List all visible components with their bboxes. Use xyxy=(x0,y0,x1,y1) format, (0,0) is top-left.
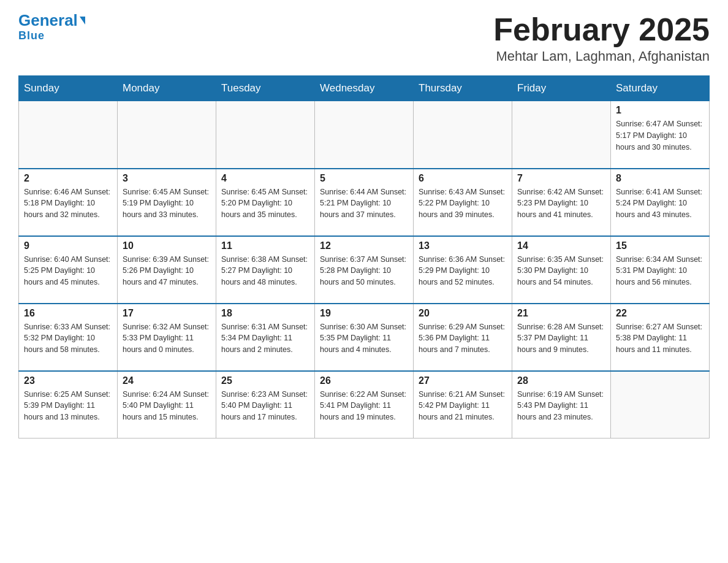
table-row: 3Sunrise: 6:45 AM Sunset: 5:19 PM Daylig… xyxy=(118,169,216,236)
header-sunday: Sunday xyxy=(19,76,118,101)
day-info: Sunrise: 6:34 AM Sunset: 5:31 PM Dayligh… xyxy=(616,254,704,288)
table-row xyxy=(118,101,216,169)
day-info: Sunrise: 6:27 AM Sunset: 5:38 PM Dayligh… xyxy=(616,321,704,356)
table-row: 21Sunrise: 6:28 AM Sunset: 5:37 PM Dayli… xyxy=(512,304,611,371)
day-number: 11 xyxy=(221,240,309,251)
day-number: 13 xyxy=(419,240,507,251)
day-number: 8 xyxy=(616,173,704,184)
calendar-week-row: 9Sunrise: 6:40 AM Sunset: 5:25 PM Daylig… xyxy=(19,236,710,304)
day-info: Sunrise: 6:40 AM Sunset: 5:25 PM Dayligh… xyxy=(24,254,112,288)
day-info: Sunrise: 6:44 AM Sunset: 5:21 PM Dayligh… xyxy=(320,186,408,221)
table-row xyxy=(315,101,414,169)
day-info: Sunrise: 6:31 AM Sunset: 5:34 PM Dayligh… xyxy=(221,321,309,356)
table-row: 26Sunrise: 6:22 AM Sunset: 5:41 PM Dayli… xyxy=(315,371,414,439)
day-info: Sunrise: 6:42 AM Sunset: 5:23 PM Dayligh… xyxy=(517,186,605,221)
day-info: Sunrise: 6:39 AM Sunset: 5:26 PM Dayligh… xyxy=(123,254,211,288)
day-number: 9 xyxy=(24,240,112,251)
title-block: February 2025 Mehtar Lam, Laghman, Afgha… xyxy=(493,12,710,64)
calendar-table: Sunday Monday Tuesday Wednesday Thursday… xyxy=(18,75,710,439)
table-row: 23Sunrise: 6:25 AM Sunset: 5:39 PM Dayli… xyxy=(19,371,118,439)
table-row: 1Sunrise: 6:47 AM Sunset: 5:17 PM Daylig… xyxy=(611,101,710,169)
day-number: 22 xyxy=(616,308,704,319)
day-number: 3 xyxy=(123,173,211,184)
day-info: Sunrise: 6:30 AM Sunset: 5:35 PM Dayligh… xyxy=(320,321,408,356)
day-number: 4 xyxy=(221,173,309,184)
table-row: 15Sunrise: 6:34 AM Sunset: 5:31 PM Dayli… xyxy=(611,236,710,304)
logo: General Blue xyxy=(18,12,85,42)
day-info: Sunrise: 6:29 AM Sunset: 5:36 PM Dayligh… xyxy=(419,321,507,356)
day-number: 12 xyxy=(320,240,408,251)
day-number: 14 xyxy=(517,240,605,251)
table-row: 19Sunrise: 6:30 AM Sunset: 5:35 PM Dayli… xyxy=(315,304,414,371)
table-row: 4Sunrise: 6:45 AM Sunset: 5:20 PM Daylig… xyxy=(216,169,315,236)
header-friday: Friday xyxy=(512,76,611,101)
table-row: 7Sunrise: 6:42 AM Sunset: 5:23 PM Daylig… xyxy=(512,169,611,236)
table-row: 20Sunrise: 6:29 AM Sunset: 5:36 PM Dayli… xyxy=(414,304,512,371)
day-info: Sunrise: 6:37 AM Sunset: 5:28 PM Dayligh… xyxy=(320,254,408,288)
table-row: 11Sunrise: 6:38 AM Sunset: 5:27 PM Dayli… xyxy=(216,236,315,304)
table-row: 14Sunrise: 6:35 AM Sunset: 5:30 PM Dayli… xyxy=(512,236,611,304)
header-tuesday: Tuesday xyxy=(216,76,315,101)
day-info: Sunrise: 6:43 AM Sunset: 5:22 PM Dayligh… xyxy=(419,186,507,221)
day-number: 28 xyxy=(517,375,605,386)
day-info: Sunrise: 6:46 AM Sunset: 5:18 PM Dayligh… xyxy=(24,186,112,221)
day-number: 19 xyxy=(320,308,408,319)
day-number: 24 xyxy=(123,375,211,386)
table-row: 18Sunrise: 6:31 AM Sunset: 5:34 PM Dayli… xyxy=(216,304,315,371)
table-row xyxy=(19,101,118,169)
day-info: Sunrise: 6:45 AM Sunset: 5:19 PM Dayligh… xyxy=(123,186,211,221)
day-number: 10 xyxy=(123,240,211,251)
day-number: 27 xyxy=(419,375,507,386)
calendar-week-row: 23Sunrise: 6:25 AM Sunset: 5:39 PM Dayli… xyxy=(19,371,710,439)
table-row: 25Sunrise: 6:23 AM Sunset: 5:40 PM Dayli… xyxy=(216,371,315,439)
day-info: Sunrise: 6:24 AM Sunset: 5:40 PM Dayligh… xyxy=(123,389,211,423)
table-row xyxy=(216,101,315,169)
header-wednesday: Wednesday xyxy=(315,76,414,101)
table-row: 22Sunrise: 6:27 AM Sunset: 5:38 PM Dayli… xyxy=(611,304,710,371)
day-info: Sunrise: 6:33 AM Sunset: 5:32 PM Dayligh… xyxy=(24,321,112,356)
table-row xyxy=(611,371,710,439)
calendar-week-row: 16Sunrise: 6:33 AM Sunset: 5:32 PM Dayli… xyxy=(19,304,710,371)
day-info: Sunrise: 6:25 AM Sunset: 5:39 PM Dayligh… xyxy=(24,389,112,423)
day-info: Sunrise: 6:38 AM Sunset: 5:27 PM Dayligh… xyxy=(221,254,309,288)
day-info: Sunrise: 6:21 AM Sunset: 5:42 PM Dayligh… xyxy=(419,389,507,423)
day-info: Sunrise: 6:32 AM Sunset: 5:33 PM Dayligh… xyxy=(123,321,211,356)
day-info: Sunrise: 6:36 AM Sunset: 5:29 PM Dayligh… xyxy=(419,254,507,288)
day-info: Sunrise: 6:47 AM Sunset: 5:17 PM Dayligh… xyxy=(616,118,704,153)
table-row xyxy=(512,101,611,169)
page-header: General Blue February 2025 Mehtar Lam, L… xyxy=(18,12,710,64)
day-number: 26 xyxy=(320,375,408,386)
table-row: 10Sunrise: 6:39 AM Sunset: 5:26 PM Dayli… xyxy=(118,236,216,304)
calendar-week-row: 1Sunrise: 6:47 AM Sunset: 5:17 PM Daylig… xyxy=(19,101,710,169)
day-number: 25 xyxy=(221,375,309,386)
day-info: Sunrise: 6:23 AM Sunset: 5:40 PM Dayligh… xyxy=(221,389,309,423)
table-row: 8Sunrise: 6:41 AM Sunset: 5:24 PM Daylig… xyxy=(611,169,710,236)
header-saturday: Saturday xyxy=(611,76,710,101)
day-info: Sunrise: 6:45 AM Sunset: 5:20 PM Dayligh… xyxy=(221,186,309,221)
table-row: 2Sunrise: 6:46 AM Sunset: 5:18 PM Daylig… xyxy=(19,169,118,236)
table-row: 13Sunrise: 6:36 AM Sunset: 5:29 PM Dayli… xyxy=(414,236,512,304)
day-number: 23 xyxy=(24,375,112,386)
calendar-header-row: Sunday Monday Tuesday Wednesday Thursday… xyxy=(19,76,710,101)
table-row xyxy=(414,101,512,169)
day-number: 18 xyxy=(221,308,309,319)
day-info: Sunrise: 6:35 AM Sunset: 5:30 PM Dayligh… xyxy=(517,254,605,288)
table-row: 5Sunrise: 6:44 AM Sunset: 5:21 PM Daylig… xyxy=(315,169,414,236)
table-row: 16Sunrise: 6:33 AM Sunset: 5:32 PM Dayli… xyxy=(19,304,118,371)
day-number: 7 xyxy=(517,173,605,184)
day-number: 15 xyxy=(616,240,704,251)
page-subtitle: Mehtar Lam, Laghman, Afghanistan xyxy=(493,48,710,64)
day-number: 17 xyxy=(123,308,211,319)
day-info: Sunrise: 6:28 AM Sunset: 5:37 PM Dayligh… xyxy=(517,321,605,356)
day-number: 1 xyxy=(616,105,704,116)
day-number: 2 xyxy=(24,173,112,184)
day-number: 16 xyxy=(24,308,112,319)
header-thursday: Thursday xyxy=(414,76,512,101)
table-row: 9Sunrise: 6:40 AM Sunset: 5:25 PM Daylig… xyxy=(19,236,118,304)
day-number: 21 xyxy=(517,308,605,319)
table-row: 12Sunrise: 6:37 AM Sunset: 5:28 PM Dayli… xyxy=(315,236,414,304)
table-row: 17Sunrise: 6:32 AM Sunset: 5:33 PM Dayli… xyxy=(118,304,216,371)
logo-name: General xyxy=(18,11,85,29)
table-row: 27Sunrise: 6:21 AM Sunset: 5:42 PM Dayli… xyxy=(414,371,512,439)
page-title: February 2025 xyxy=(493,12,710,47)
